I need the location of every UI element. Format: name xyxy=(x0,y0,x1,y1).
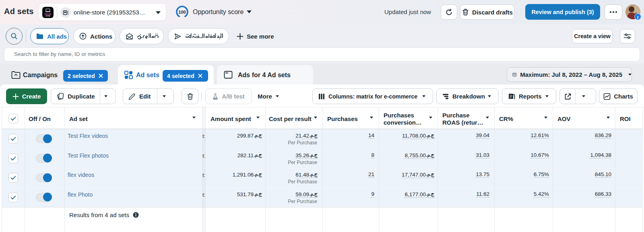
svg-text:ONLINE: ONLINE xyxy=(44,13,51,15)
svg-text:100: 100 xyxy=(178,10,186,14)
svg-text:STORE: STORE xyxy=(45,15,50,17)
